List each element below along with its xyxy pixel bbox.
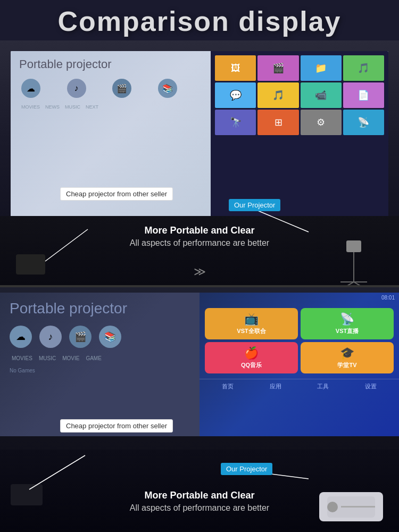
xuetang-icon: 🎓 xyxy=(340,346,354,360)
desc-line2-top: All aspects of performance are better xyxy=(0,238,399,248)
icon-lg-4: 📚 xyxy=(99,326,121,348)
qq-icon: 🍎 xyxy=(244,346,259,360)
tile-6: 🎵 xyxy=(257,82,298,108)
tile-12: 📡 xyxy=(343,110,384,135)
screen-title-top: Portable projector xyxy=(19,57,202,71)
icon-lg-2: ♪ xyxy=(39,326,62,348)
desc-line2-bottom: All aspects of performance are better xyxy=(0,503,399,513)
menu-movies-b: MOVIES xyxy=(12,355,32,361)
menu-movie-b: MOVIE xyxy=(62,355,79,361)
menu-music-b: MUSIC xyxy=(39,355,56,361)
tile-11: ⚙ xyxy=(301,110,342,135)
bottom-panel: Portable projector ☁ ♪ 🎬 📚 MOVIES MUSIC … xyxy=(0,287,399,532)
vstlive-icon: 📡 xyxy=(340,312,354,326)
top-panel: Portable projector ☁ ♪ 🎬 📚 MOVIES NEWS M… xyxy=(0,40,399,285)
desc-text-bottom: More Portable and Clear All aspects of p… xyxy=(0,490,399,513)
icon-lg-1: ☁ xyxy=(10,326,32,348)
our-label-top: Our Projector xyxy=(229,199,280,211)
screen-area-bottom: Portable projector ☁ ♪ 🎬 📚 MOVIES MUSIC … xyxy=(0,293,399,436)
desc-line1-top: More Portable and Clear xyxy=(0,225,399,236)
tile-4: 🎵 xyxy=(343,55,384,81)
no-games: No Games xyxy=(10,363,190,378)
desc-text-top: More Portable and Clear All aspects of p… xyxy=(0,225,399,248)
header: Comparison display xyxy=(0,0,399,40)
cheap-label-top: Cheap projector from other seller xyxy=(60,187,173,201)
cheap-label-bottom: Cheap projector from other seller xyxy=(60,419,173,433)
bottom-nav: 首页 应用 工具 设置 xyxy=(200,379,399,394)
nav-home: 首页 xyxy=(222,383,234,390)
screen-title-bottom: Portable projector xyxy=(10,300,190,317)
tile-5: 💬 xyxy=(215,82,256,108)
icon-row-bottom: ☁ ♪ 🎬 📚 xyxy=(10,326,190,348)
screen-left-cheap-bottom: Portable projector ☁ ♪ 🎬 📚 MOVIES MUSIC … xyxy=(0,293,200,436)
app-xuetang: 🎓 学堂TV xyxy=(301,342,394,373)
nav-apps: 应用 xyxy=(270,383,281,390)
tile-7: 📹 xyxy=(301,82,342,108)
menu-news: NEWS xyxy=(45,104,60,110)
screen-left-cheap: Portable projector ☁ ♪ 🎬 📚 MOVIES NEWS M… xyxy=(11,51,211,232)
chevron-down-icon: ≫ xyxy=(194,265,206,279)
tile-1: 🖼 xyxy=(215,55,256,81)
tile-9: 🔭 xyxy=(215,110,256,135)
icon-1: ☁ xyxy=(21,79,40,98)
app-tiles: 📺 VST全联合 📡 VST直播 🍎 QQ音乐 🎓 学堂TV xyxy=(200,303,399,379)
nav-settings: 设置 xyxy=(365,383,377,390)
tile-3: 📁 xyxy=(301,55,342,81)
app-vst: 📺 VST全联合 xyxy=(205,308,298,339)
menu-movies: MOVIES xyxy=(21,104,40,110)
tile-8: 📄 xyxy=(343,82,384,108)
vst-icon: 📺 xyxy=(244,312,259,326)
time-display: 08:01 xyxy=(381,295,395,301)
page-title: Comparison display xyxy=(58,6,342,37)
tile-10: ⊞ xyxy=(257,110,298,135)
icon-grid: ☁ ♪ 🎬 📚 xyxy=(19,77,202,100)
icon-3: 🎬 xyxy=(112,79,131,98)
menu-music: MUSIC xyxy=(65,104,80,110)
menu-next: NEXT xyxy=(86,104,98,110)
screen-area-top: Portable projector ☁ ♪ 🎬 📚 MOVIES NEWS M… xyxy=(11,51,388,232)
tile-2: 🎬 xyxy=(257,55,298,81)
icon-2: ♪ xyxy=(67,79,86,98)
menu-game-b: GAME xyxy=(86,355,101,361)
app-vstlive: 📡 VST直播 xyxy=(301,308,394,339)
windows-tiles: 🖼 🎬 📁 🎵 💬 🎵 📹 📄 🔭 ⊞ ⚙ 📡 xyxy=(211,51,388,139)
status-bar: 08:01 xyxy=(200,293,399,303)
cheap-projector-device xyxy=(16,254,45,275)
our-label-bottom: Our Projector xyxy=(221,463,272,475)
screen-right-ours-bottom: 08:01 📺 VST全联合 📡 VST直播 🍎 QQ音乐 xyxy=(200,293,399,436)
app-qq: 🍎 QQ音乐 xyxy=(205,342,298,373)
page-wrapper: Comparison display Portable projector ☁ … xyxy=(0,0,399,532)
icon-4: 📚 xyxy=(158,79,177,98)
nav-tools: 工具 xyxy=(317,383,329,390)
desc-line1-bottom: More Portable and Clear xyxy=(0,490,399,501)
icon-lg-3: 🎬 xyxy=(69,326,92,348)
